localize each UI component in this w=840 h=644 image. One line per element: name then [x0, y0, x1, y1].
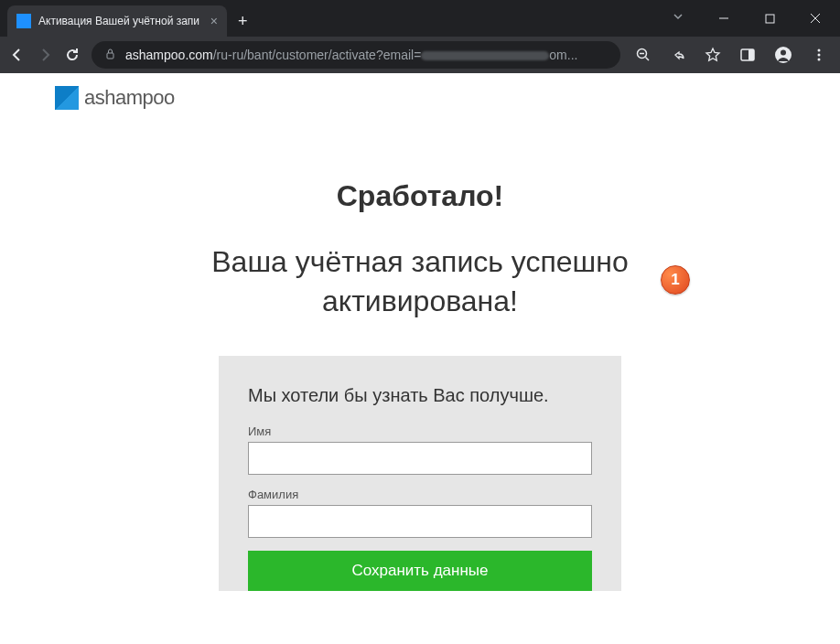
nav-forward-button[interactable]	[37, 47, 53, 63]
nav-back-button[interactable]	[9, 47, 26, 63]
profile-icon[interactable]	[770, 46, 796, 64]
window-minimize-button[interactable]	[703, 4, 745, 33]
url-text: ashampoo.com/ru-ru/bant/customer/activat…	[125, 48, 608, 62]
svg-point-13	[818, 54, 821, 57]
profile-form: Мы хотели бы узнать Вас получше. Имя Фам…	[219, 356, 621, 591]
site-header: ashampoo	[0, 73, 840, 123]
bookmark-star-icon[interactable]	[701, 47, 725, 63]
side-panel-icon[interactable]	[736, 47, 759, 63]
browser-tab[interactable]: Активация Вашей учётной запи ×	[7, 5, 227, 37]
tabs-dropdown-icon[interactable]	[657, 3, 699, 34]
page-subtitle: Ваша учётная запись успешно активирована…	[145, 242, 695, 321]
save-button[interactable]: Сохранить данные	[248, 551, 592, 591]
window-controls	[657, 0, 840, 37]
menu-dots-icon[interactable]	[807, 47, 831, 63]
tab-favicon-icon	[16, 14, 31, 28]
browser-address-bar: ashampoo.com/ru-ru/bant/customer/activat…	[0, 37, 840, 73]
last-name-input[interactable]	[248, 505, 592, 538]
brand-name: ashampoo	[84, 86, 175, 110]
tab-close-icon[interactable]: ×	[210, 14, 218, 28]
first-name-input[interactable]	[248, 442, 592, 475]
new-tab-button[interactable]: +	[227, 6, 259, 37]
svg-point-14	[818, 59, 821, 61]
last-name-label: Фамилия	[248, 488, 592, 501]
nav-reload-button[interactable]	[64, 47, 81, 63]
first-name-label: Имя	[248, 424, 592, 438]
share-icon[interactable]	[666, 47, 690, 63]
svg-point-12	[818, 49, 821, 52]
svg-rect-4	[107, 53, 113, 59]
tab-title: Активация Вашей учётной запи	[38, 15, 203, 27]
lock-icon	[104, 48, 116, 62]
svg-rect-1	[766, 15, 774, 23]
page-title: Сработало!	[0, 179, 840, 213]
svg-point-11	[781, 50, 786, 56]
form-intro-text: Мы хотели бы узнать Вас получше.	[248, 383, 592, 408]
brand-logo-icon	[55, 86, 79, 110]
url-bar[interactable]: ashampoo.com/ru-ru/bant/customer/activat…	[92, 41, 620, 69]
zoom-icon[interactable]	[631, 47, 655, 63]
main-content: Сработало! Ваша учётная запись успешно а…	[0, 123, 840, 591]
window-close-button[interactable]	[794, 4, 836, 33]
browser-tab-bar: Активация Вашей учётной запи × +	[0, 0, 840, 37]
annotation-badge: 1	[661, 265, 690, 295]
window-maximize-button[interactable]	[748, 4, 791, 33]
svg-rect-9	[748, 49, 754, 60]
page-content: ashampoo Сработало! Ваша учётная запись …	[0, 73, 840, 644]
svg-line-6	[646, 58, 650, 61]
